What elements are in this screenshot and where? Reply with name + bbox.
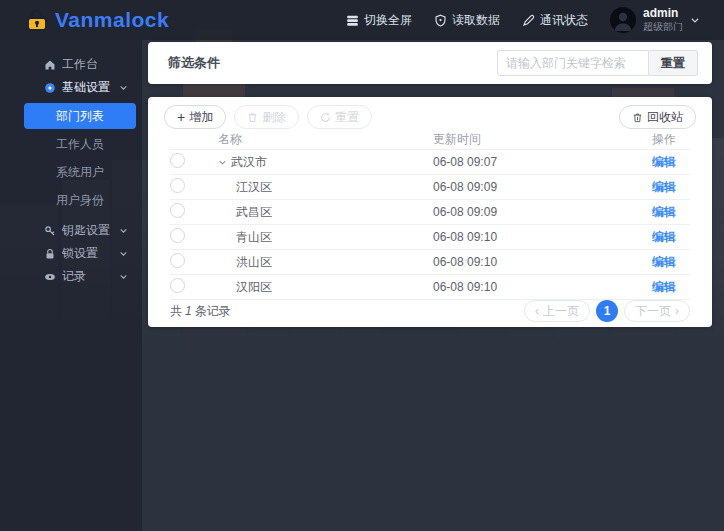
updated-time: 06-08 09:10 xyxy=(433,230,620,244)
user-meta: admin 超级部门 xyxy=(643,7,683,32)
recycle-bin-button[interactable]: 回收站 xyxy=(619,105,696,129)
edit-link[interactable]: 编辑 xyxy=(652,205,676,219)
reset-toolbar-label: 重置 xyxy=(335,109,359,126)
sidebar-item-records[interactable]: 记录 xyxy=(0,265,142,288)
table-footer: 共1条记录 ‹ 上一页 1 下一页 › xyxy=(148,300,712,332)
refresh-icon xyxy=(320,112,331,123)
prev-page-label: 上一页 xyxy=(543,303,579,320)
row-radio[interactable] xyxy=(170,228,185,243)
delete-label: 删除 xyxy=(262,109,286,126)
record-count-value: 1 xyxy=(182,304,195,318)
sidebar-item-label: 基础设置 xyxy=(62,79,110,96)
edit-link[interactable]: 编辑 xyxy=(652,255,676,269)
brand-logo[interactable]: Vanmalock xyxy=(0,7,169,33)
pagination: ‹ 上一页 1 下一页 › xyxy=(524,300,690,322)
comm-status-icon xyxy=(522,14,535,27)
sidebar-item-workbench[interactable]: 工作台 xyxy=(0,53,142,76)
sidebar-item-label: 锁设置 xyxy=(62,245,98,262)
row-radio[interactable] xyxy=(170,278,185,293)
person-icon xyxy=(610,7,636,33)
row-radio[interactable] xyxy=(170,178,185,193)
table-row: 青山区 06-08 09:10 编辑 xyxy=(170,225,690,250)
add-label: 增加 xyxy=(189,109,213,126)
sidebar-item-label: 记录 xyxy=(62,268,86,285)
next-page-button[interactable]: 下一页 › xyxy=(624,300,690,322)
updated-time: 06-08 09:09 xyxy=(433,205,620,219)
updated-column-header: 更新时间 xyxy=(433,131,620,148)
home-icon xyxy=(43,59,56,71)
user-role: 超级部门 xyxy=(643,21,683,33)
next-arrow-icon: › xyxy=(675,304,679,318)
department-name: 武汉市 xyxy=(231,154,267,171)
row-radio[interactable] xyxy=(170,253,185,268)
chevron-down-icon xyxy=(119,226,128,235)
table-row: 武昌区 06-08 09:09 编辑 xyxy=(170,200,690,225)
recycle-bin-icon xyxy=(632,112,643,123)
chevron-down-icon xyxy=(690,15,700,25)
brand-name: Vanmalock xyxy=(55,8,169,32)
recycle-bin-label: 回收站 xyxy=(647,109,683,126)
user-name: admin xyxy=(643,7,683,21)
basic-settings-submenu: 部门列表 工作人员 系统用户 用户身份 xyxy=(0,99,142,219)
department-name: 汉阳区 xyxy=(236,279,272,296)
sidebar: 工作台 基础设置 部门列表 工作人员 系统用户 用户身份 钥匙设置 xyxy=(0,40,142,531)
sidebar-item-label: 工作台 xyxy=(62,56,98,73)
search-input[interactable] xyxy=(497,50,649,76)
page-number-button[interactable]: 1 xyxy=(596,300,618,322)
add-button[interactable]: + 增加 xyxy=(164,105,226,129)
row-radio[interactable] xyxy=(170,203,185,218)
reset-toolbar-button[interactable]: 重置 xyxy=(307,105,372,129)
sidebar-item-basic-settings[interactable]: 基础设置 xyxy=(0,76,142,99)
record-count-prefix: 共 xyxy=(170,304,182,318)
record-count-suffix: 条记录 xyxy=(195,304,231,318)
edit-link[interactable]: 编辑 xyxy=(652,180,676,194)
name-column-header: 名称 xyxy=(218,131,433,148)
department-name: 江汉区 xyxy=(236,179,272,196)
chevron-down-icon xyxy=(119,272,128,281)
sidebar-item-key-settings[interactable]: 钥匙设置 xyxy=(0,219,142,242)
record-count: 共1条记录 xyxy=(170,303,231,320)
edit-link[interactable]: 编辑 xyxy=(652,230,676,244)
padlock-logo-icon xyxy=(24,7,50,33)
avatar xyxy=(610,7,636,33)
table-header-row: 名称 更新时间 操作 xyxy=(170,129,690,150)
updated-time: 06-08 09:09 xyxy=(433,180,620,194)
sidebar-item-system-users[interactable]: 系统用户 xyxy=(24,159,136,185)
fullscreen-toggle[interactable]: 切换全屏 xyxy=(346,12,412,29)
expand-caret-icon[interactable] xyxy=(218,158,227,167)
delete-button[interactable]: 删除 xyxy=(234,105,299,129)
comm-status-action[interactable]: 通讯状态 xyxy=(522,12,588,29)
department-name: 武昌区 xyxy=(236,204,272,221)
department-table: 名称 更新时间 操作 武汉市 06-08 09:07 编辑 江汉区 06-08 … xyxy=(148,129,712,300)
prev-arrow-icon: ‹ xyxy=(535,304,539,318)
reset-button[interactable]: 重置 xyxy=(649,50,698,76)
sidebar-item-staff[interactable]: 工作人员 xyxy=(24,131,136,157)
navbar-actions: 切换全屏 读取数据 通讯状态 xyxy=(346,7,724,33)
chevron-down-icon xyxy=(119,249,128,258)
sidebar-item-lock-settings[interactable]: 锁设置 xyxy=(0,242,142,265)
fullscreen-icon xyxy=(346,14,359,27)
action-column-header: 操作 xyxy=(620,131,690,148)
filter-card: 筛选条件 重置 xyxy=(148,42,712,84)
department-name: 青山区 xyxy=(236,229,272,246)
edit-link[interactable]: 编辑 xyxy=(652,280,676,294)
fullscreen-label: 切换全屏 xyxy=(364,12,412,29)
table-row: 武汉市 06-08 09:07 编辑 xyxy=(170,150,690,175)
lock-icon xyxy=(43,248,56,260)
read-data-icon xyxy=(434,14,447,27)
table-row: 洪山区 06-08 09:10 编辑 xyxy=(170,250,690,275)
sidebar-item-department-list[interactable]: 部门列表 xyxy=(24,103,136,129)
row-radio[interactable] xyxy=(170,153,185,168)
target-icon xyxy=(43,82,56,94)
read-data-label: 读取数据 xyxy=(452,12,500,29)
filter-title: 筛选条件 xyxy=(168,54,220,72)
sidebar-item-user-identity[interactable]: 用户身份 xyxy=(24,187,136,213)
app-window: Vanmalock 切换全屏 读取数据 xyxy=(0,0,724,531)
department-name: 洪山区 xyxy=(236,254,272,271)
edit-link[interactable]: 编辑 xyxy=(652,155,676,169)
sidebar-item-label: 钥匙设置 xyxy=(62,222,110,239)
prev-page-button[interactable]: ‹ 上一页 xyxy=(524,300,590,322)
user-menu[interactable]: admin 超级部门 xyxy=(610,7,700,33)
read-data-action[interactable]: 读取数据 xyxy=(434,12,500,29)
table-toolbar: + 增加 删除 重置 回收站 xyxy=(148,97,712,129)
